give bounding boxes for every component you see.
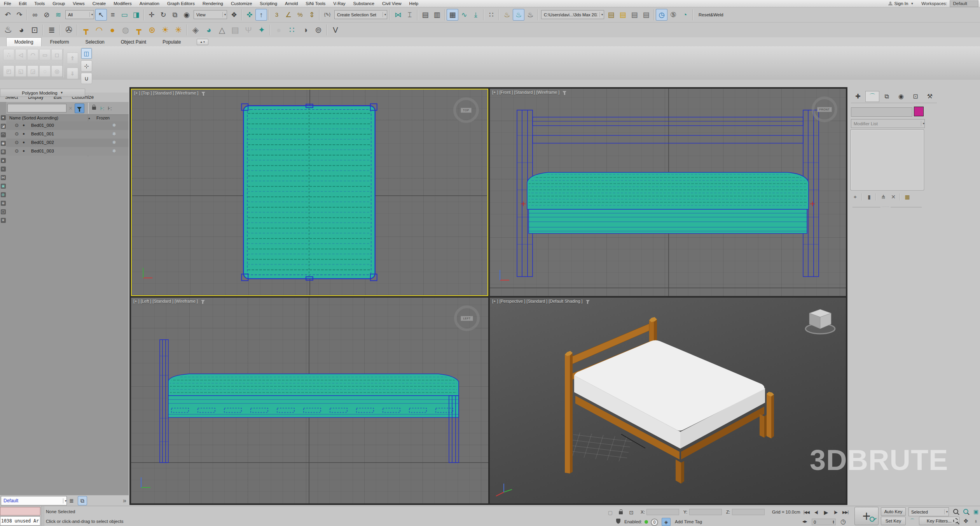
forest-grass-icon[interactable]: Ψ [242, 24, 255, 36]
left-viewport-canvas[interactable] [131, 298, 488, 503]
filter-spacewarps-icon[interactable]: ≈ [1, 167, 6, 172]
ribbon-vertex-icon[interactable]: ∴ [3, 49, 14, 60]
tab-create-icon[interactable]: ✚ [851, 91, 865, 102]
filter-all-icon[interactable]: ● [1, 115, 6, 120]
perspective-viewport-canvas[interactable] [490, 298, 846, 503]
ribbon-collapse-up-icon[interactable]: ⇑ [67, 53, 78, 64]
select-and-rotate-icon[interactable]: ↻ [157, 9, 169, 21]
lock-cell-editing-icon[interactable] [92, 107, 96, 110]
set-key-button[interactable]: Set Key [881, 517, 906, 525]
mirror-icon[interactable]: ⋈ [392, 9, 404, 21]
workspace-dropdown[interactable]: Default [950, 0, 978, 7]
render-presets-icon[interactable]: ▤ [605, 9, 617, 21]
vray-sphere-icon[interactable]: ◕ [202, 24, 215, 36]
vray-asset-editor-icon[interactable]: ≣ [45, 24, 58, 36]
filter-geometry-icon[interactable]: ◪ [1, 124, 6, 129]
select-and-manipulate-icon[interactable]: ✜ [244, 9, 255, 21]
render-setup-icon[interactable]: ♨ [524, 9, 536, 21]
previous-frame-button[interactable]: ◀| [811, 508, 821, 517]
select-by-name-icon[interactable]: ≡ [107, 9, 119, 21]
key-step-arrows-icon[interactable]: ◀▶ [802, 520, 807, 523]
tab-hierarchy-icon[interactable]: ⧉ [880, 91, 894, 102]
pin-stack-icon[interactable]: ⌖ [850, 192, 860, 202]
absolute-mode-icon[interactable]: ⊡ [627, 508, 636, 517]
viewport-top[interactable]: [+ ] [Top ] [Standard ] [Wireframe ] [131, 89, 488, 296]
vray-camera-rig-icon[interactable]: △ [215, 24, 229, 36]
filter-groups-icon[interactable]: ▢ [1, 209, 6, 214]
default-in-out-tangents-icon[interactable]: ⌒ [907, 517, 917, 525]
pin-scene-icon[interactable]: ▤ [640, 9, 652, 21]
multitexture-icon[interactable]: ∷ [285, 24, 299, 36]
physical-camera-icon[interactable]: ✇ [62, 24, 75, 36]
ribbon-border-icon[interactable]: ◠ [27, 49, 38, 60]
toggle-layer-explorer-icon[interactable]: ▥ [431, 9, 443, 21]
render-teapot-icon[interactable]: ♨ [2, 24, 15, 36]
visibility-eye-icon[interactable]: ⊙ [15, 148, 19, 154]
configure-modifier-sets-icon[interactable]: ▦ [902, 192, 912, 202]
pan-icon[interactable]: ✥ [961, 517, 971, 525]
viewport-front[interactable]: [+ ] [Front ] [Standard ] [Wireframe ] [490, 89, 846, 296]
scene-object-row[interactable]: ⊙●Bed01_000❄ [6, 121, 129, 130]
object-name-field[interactable] [851, 107, 912, 117]
viewport-left[interactable]: [+ ] [Left ] [Standard ] [Wireframe ] [131, 298, 488, 503]
select-and-link-icon[interactable]: ∞ [29, 9, 41, 21]
enabled-count-badge[interactable]: 0 [651, 519, 658, 526]
menu-item[interactable]: Create [89, 0, 110, 7]
ribbon-tool-icon[interactable]: ◌ [39, 65, 51, 77]
ribbon-tool-icon[interactable]: ◱ [15, 65, 26, 77]
tab-utilities-icon[interactable]: ⚒ [923, 91, 937, 102]
filter-containers-icon[interactable]: ▣ [1, 184, 6, 189]
zoom-region-icon[interactable] [951, 517, 961, 525]
menu-item[interactable]: Customize [227, 0, 256, 7]
menu-item[interactable]: V-Ray [329, 0, 349, 7]
bind-to-space-warp-icon[interactable]: ≋ [52, 9, 64, 21]
reset-weld-button[interactable]: Reset&Weld [695, 10, 727, 19]
rollout-divider[interactable]: ······ [852, 207, 922, 207]
select-and-place-icon[interactable]: ◉ [181, 9, 192, 21]
ribbon-tool-icon[interactable]: ◎ [51, 65, 63, 77]
viewport-label[interactable]: [+ ] [Top ] [Standard ] [Wireframe ] [134, 91, 205, 95]
active-layer-dropdown[interactable]: Default ▾ [1, 496, 67, 505]
selection-filter-dropdown[interactable]: All▾ [65, 10, 94, 19]
ribbon-collapse-down-icon[interactable]: ⇓ [67, 68, 78, 79]
listener-splitter[interactable] [42, 506, 44, 526]
particle-view-icon[interactable]: ∷ [486, 9, 497, 21]
viewport-label[interactable]: [+ ] [Left ] [Standard ] [Wireframe ] [133, 299, 205, 303]
vray-sphere-light-icon[interactable]: ● [106, 24, 119, 36]
menu-item[interactable]: Views [69, 0, 88, 7]
selection-dot-icon[interactable]: ● [23, 149, 25, 153]
make-unique-icon[interactable]: ⋔ [878, 192, 888, 202]
manage-layers-icon[interactable]: ≣ [67, 496, 76, 505]
ribbon-minimize-button[interactable]: ▲ ▾ [197, 39, 208, 45]
x-coordinate-field[interactable] [646, 509, 679, 515]
table-header[interactable]: Name (Sorted Ascending) ▲ Frozen [6, 114, 129, 122]
vray-frame-buffer-icon[interactable]: ◕ [15, 24, 28, 36]
ribbon-tool-icon[interactable]: ◲ [27, 65, 38, 77]
maxscript-listener-line[interactable]: 1038 unused Ar [0, 516, 40, 526]
add-time-tag[interactable]: Add Time Tag [675, 519, 702, 524]
viewport-funnel-icon[interactable] [586, 300, 590, 302]
ribbon-tab[interactable]: Selection [77, 38, 112, 46]
chevron-down-icon[interactable]: ▼ [910, 2, 914, 5]
undo-icon[interactable]: ↶ [2, 9, 14, 21]
ribbon-tab[interactable]: Object Paint [113, 38, 154, 46]
ribbon-pin-icon[interactable]: ⊹ [81, 60, 92, 72]
viewcube[interactable]: FRONT [812, 96, 837, 122]
isolate-selection-icon[interactable]: ▢ [606, 508, 615, 517]
autosave-clock-icon[interactable]: ◷ [656, 9, 667, 21]
toggle-scene-explorer-icon[interactable]: ▤ [419, 9, 431, 21]
select-object-icon[interactable]: ↖ [95, 9, 107, 21]
align-icon[interactable]: ⌶ [404, 9, 416, 21]
sync-selection-icon[interactable]: ⊦: [100, 105, 104, 111]
slate-material-editor-icon[interactable]: ♨ [513, 9, 524, 21]
vray-sun-icon[interactable]: ☀ [159, 24, 172, 36]
schematic-view-icon[interactable]: ⤓ [470, 9, 482, 21]
z-coordinate-field[interactable] [732, 509, 765, 515]
viewport-label[interactable]: [+ ] [Perspective ] [Standard ] [Default… [492, 299, 590, 303]
material-sphere-icon[interactable]: ● [272, 24, 285, 36]
angle-snap-toggle-icon[interactable]: ∠ [283, 9, 294, 21]
visibility-eye-icon[interactable]: ⊙ [15, 123, 19, 128]
viewcube[interactable]: LEFT [454, 305, 480, 331]
modifier-stack[interactable] [851, 130, 924, 190]
reference-coordinate-system-dropdown[interactable]: View▾ [194, 10, 227, 19]
